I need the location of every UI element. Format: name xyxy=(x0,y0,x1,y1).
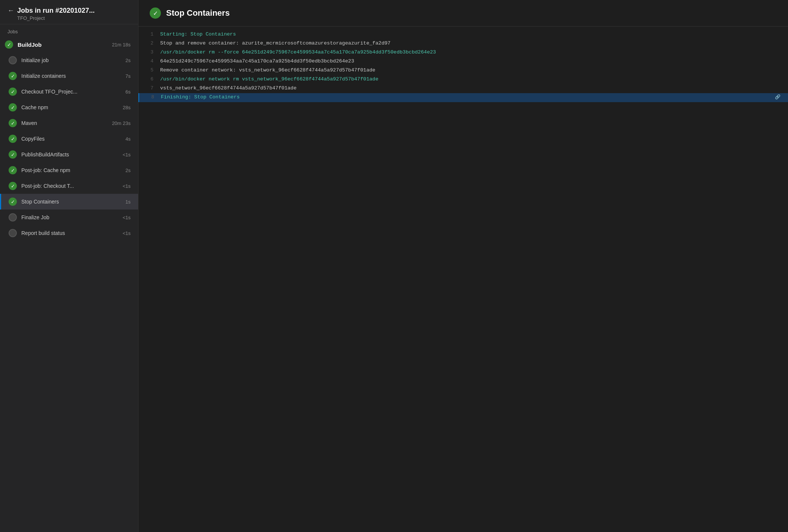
job-status-icon-copy-files: ✓ xyxy=(9,135,17,143)
job-name-initialize-job: Initialize job xyxy=(21,57,122,63)
job-status-icon-publish-build-artifacts: ✓ xyxy=(9,150,17,159)
log-line-6: 6/usr/bin/docker network rm vsts_network… xyxy=(138,75,788,84)
job-item-initialize-job[interactable]: Initialize job2s xyxy=(0,52,138,68)
job-item-post-job-checkout[interactable]: ✓Post-job: Checkout T...<1s xyxy=(0,178,138,194)
log-line-3: 3/usr/bin/docker rm --force 64e251d249c7… xyxy=(138,48,788,57)
log-line-number-4: 4 xyxy=(142,58,153,64)
log-line-number-5: 5 xyxy=(142,67,153,73)
job-name-maven: Maven xyxy=(21,120,109,126)
sidebar-section-label: Jobs xyxy=(0,24,138,37)
back-arrow-icon: ← xyxy=(7,7,14,15)
job-name-report-build-status: Report build status xyxy=(21,230,120,236)
job-duration-build-job: 21m 18s xyxy=(112,42,131,48)
job-status-icon-stop-containers: ✓ xyxy=(9,198,17,206)
job-item-publish-build-artifacts[interactable]: ✓PublishBuildArtifacts<1s xyxy=(0,147,138,162)
main-header: ✓ Stop Containers xyxy=(138,0,788,27)
job-name-copy-files: CopyFiles xyxy=(21,136,122,142)
job-duration-checkout-tfo: 6s xyxy=(125,89,131,95)
job-item-finalize-job[interactable]: Finalize Job<1s xyxy=(0,210,138,225)
job-status-icon-initialize-job xyxy=(9,56,17,64)
job-item-maven[interactable]: ✓Maven20m 23s xyxy=(0,115,138,131)
job-name-checkout-tfo: Checkout TFO_Projec... xyxy=(21,89,122,95)
job-item-build-job[interactable]: ✓BuildJob21m 18s xyxy=(0,37,138,52)
log-line-number-1: 1 xyxy=(142,31,153,37)
log-line-text-8: Finishing: Stop Containers xyxy=(161,94,772,100)
back-button[interactable]: ← Jobs in run #20201027... xyxy=(7,7,131,15)
log-line-text-6: /usr/bin/docker network rm vsts_network_… xyxy=(160,76,781,82)
job-duration-initialize-job: 2s xyxy=(125,58,131,63)
log-line-number-7: 7 xyxy=(142,85,153,91)
sidebar-subtitle: TFO_Project xyxy=(7,15,131,21)
job-status-icon-initialize-containers: ✓ xyxy=(9,72,17,80)
log-line-text-3: /usr/bin/docker rm --force 64e251d249c75… xyxy=(160,49,781,55)
log-line-5: 5Remove container network: vsts_network_… xyxy=(138,66,788,75)
job-name-initialize-containers: Initialize containers xyxy=(21,73,122,79)
sidebar-header: ← Jobs in run #20201027... TFO_Project xyxy=(0,0,138,24)
main-content: ✓ Stop Containers 1Starting: Stop Contai… xyxy=(138,0,788,532)
job-duration-initialize-containers: 7s xyxy=(125,73,131,79)
job-status-icon-finalize-job xyxy=(9,213,17,221)
job-item-initialize-containers[interactable]: ✓Initialize containers7s xyxy=(0,68,138,84)
job-status-icon-checkout-tfo: ✓ xyxy=(9,88,17,96)
job-status-icon-report-build-status xyxy=(9,229,17,237)
job-name-publish-build-artifacts: PublishBuildArtifacts xyxy=(21,152,120,158)
job-name-post-job-cache-npm: Post-job: Cache npm xyxy=(21,167,122,173)
log-line-8: 8Finishing: Stop Containers🔗 xyxy=(138,93,788,102)
log-line-4: 464e251d249c75967ce4599534aa7c45a170ca7a… xyxy=(138,57,788,66)
job-status-icon-maven: ✓ xyxy=(9,119,17,127)
job-duration-post-job-cache-npm: 2s xyxy=(125,168,131,173)
log-line-2: 2Stop and remove container: azurite_mcrm… xyxy=(138,39,788,48)
job-duration-finalize-job: <1s xyxy=(123,215,131,220)
sidebar-title: Jobs in run #20201027... xyxy=(17,7,95,15)
log-container[interactable]: 1Starting: Stop Containers2Stop and remo… xyxy=(138,27,788,532)
job-item-copy-files[interactable]: ✓CopyFiles4s xyxy=(0,131,138,147)
job-duration-publish-build-artifacts: <1s xyxy=(123,152,131,158)
log-line-7: 7vsts_network_96ecf6628f4744a5a927d57b47… xyxy=(138,84,788,93)
job-name-finalize-job: Finalize Job xyxy=(21,214,120,220)
log-line-1: 1Starting: Stop Containers xyxy=(138,30,788,39)
log-line-link-icon-8[interactable]: 🔗 xyxy=(775,94,781,100)
job-status-icon-build-job: ✓ xyxy=(5,40,13,49)
log-line-number-8: 8 xyxy=(143,94,154,100)
log-line-text-5: Remove container network: vsts_network_9… xyxy=(160,67,781,73)
job-list: ✓BuildJob21m 18sInitialize job2s✓Initial… xyxy=(0,37,138,532)
job-duration-report-build-status: <1s xyxy=(123,230,131,236)
log-line-text-7: vsts_network_96ecf6628f4744a5a927d57b47f… xyxy=(160,85,781,91)
job-status-icon-cache-npm: ✓ xyxy=(9,103,17,111)
job-name-build-job: BuildJob xyxy=(18,42,109,48)
job-item-cache-npm[interactable]: ✓Cache npm28s xyxy=(0,100,138,115)
log-line-text-4: 64e251d249c75967ce4599534aa7c45a170ca7a9… xyxy=(160,58,781,64)
log-line-number-6: 6 xyxy=(142,76,153,82)
job-status-icon-post-job-cache-npm: ✓ xyxy=(9,166,17,174)
job-name-stop-containers: Stop Containers xyxy=(21,199,122,205)
job-duration-maven: 20m 23s xyxy=(112,120,131,126)
sidebar: ← Jobs in run #20201027... TFO_Project J… xyxy=(0,0,138,532)
log-line-text-1: Starting: Stop Containers xyxy=(160,31,781,37)
job-name-cache-npm: Cache npm xyxy=(21,104,120,110)
log-line-number-3: 3 xyxy=(142,49,153,55)
log-line-text-2: Stop and remove container: azurite_mcrmi… xyxy=(160,40,781,46)
header-status-icon: ✓ xyxy=(150,7,161,19)
job-item-checkout-tfo[interactable]: ✓Checkout TFO_Projec...6s xyxy=(0,84,138,100)
job-duration-post-job-checkout: <1s xyxy=(123,183,131,189)
job-status-icon-post-job-checkout: ✓ xyxy=(9,182,17,190)
log-line-number-2: 2 xyxy=(142,40,153,46)
job-duration-stop-containers: 1s xyxy=(125,199,131,205)
job-duration-copy-files: 4s xyxy=(125,136,131,142)
job-duration-cache-npm: 28s xyxy=(123,105,131,110)
main-title: Stop Containers xyxy=(166,8,230,18)
job-item-post-job-cache-npm[interactable]: ✓Post-job: Cache npm2s xyxy=(0,162,138,178)
job-item-stop-containers[interactable]: ✓Stop Containers1s xyxy=(0,194,138,210)
job-item-report-build-status[interactable]: Report build status<1s xyxy=(0,225,138,241)
job-name-post-job-checkout: Post-job: Checkout T... xyxy=(21,183,120,189)
